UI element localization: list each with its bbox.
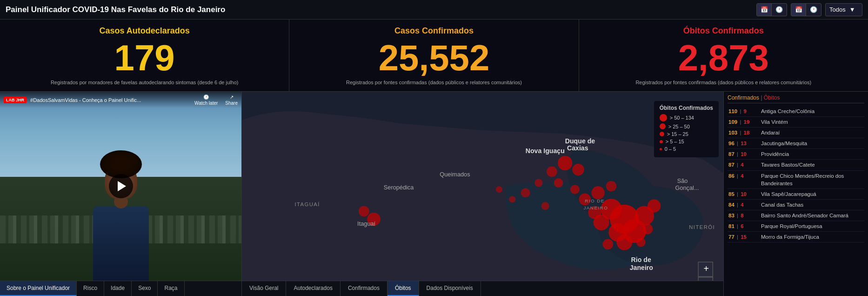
legend-dot-4 — [660, 140, 663, 143]
svg-text:Duque de: Duque de — [565, 137, 595, 145]
list-item: 86 | 4 Parque Chico Mendes/Recreio dos B… — [728, 171, 864, 189]
svg-point-23 — [359, 206, 369, 217]
list-item-name: Morro da Formiga/Tijuca — [761, 233, 819, 241]
legend-item-4: > 5 – 15 — [660, 139, 713, 144]
list-item: 96 | 13 Jacutinga/Mesquita — [728, 138, 864, 149]
svg-point-28 — [496, 186, 502, 193]
legend-dot-2 — [660, 123, 666, 129]
legend-dot-5 — [660, 148, 662, 150]
svg-point-25 — [521, 188, 530, 197]
list-item-nums: 81 | 6 — [728, 222, 761, 230]
calendar-icon-1[interactable]: 📅 — [757, 3, 772, 16]
clock-icon-2[interactable]: 🕐 — [806, 3, 821, 16]
watch-later-button[interactable]: 🕐 Watch later — [194, 94, 218, 106]
confirmed-num: 110 — [728, 108, 737, 114]
chevron-down-icon: ▼ — [849, 6, 855, 13]
header: Painel Unificador COVID-19 Nas Favelas d… — [0, 0, 868, 20]
obitos-num: 10 — [741, 191, 747, 197]
obitos-desc: Registrados por fontes confirmadas (dado… — [635, 80, 811, 85]
svg-text:Seropédica: Seropédica — [384, 184, 414, 191]
svg-text:Queimados: Queimados — [440, 171, 470, 178]
svg-point-20 — [572, 164, 584, 176]
legend-item-2: > 25 – 50 — [660, 123, 713, 129]
todos-dropdown[interactable]: Todos ▼ — [825, 3, 862, 16]
video-tab-sexo[interactable]: Sexo — [132, 281, 158, 296]
list-items-container: 110 | 9 Antiga Creche/Colônia 109 | 19 V… — [728, 106, 864, 242]
list-header-confirmed: Confirmados — [728, 94, 759, 101]
confirmados-desc: Registrados por fontes confirmadas (dado… — [346, 80, 522, 85]
clock-icon-1[interactable]: 🕐 — [772, 3, 787, 16]
list-item: 81 | 6 Parque Royal/Portuguesa — [728, 221, 864, 232]
obitos-num: 8 — [741, 213, 743, 218]
list-item-name: Providência — [761, 150, 789, 158]
video-tab-sobre-o-painel-unificador[interactable]: Sobre o Painel Unificador — [0, 281, 77, 296]
legend-title: Óbitos Confirmados — [660, 105, 713, 111]
svg-text:Rio de: Rio de — [631, 256, 651, 263]
main-content: LAB JHR #DadosSalvamVidas - Conheça o Pa… — [0, 92, 868, 296]
video-actions: 🕐 Watch later ↗ Share — [194, 94, 238, 106]
map-svg: Seropédica Queimados Nova Iguaçu Duque d… — [242, 92, 723, 281]
svg-point-27 — [541, 202, 549, 210]
svg-text:Janeiro: Janeiro — [630, 264, 654, 271]
svg-point-15 — [570, 185, 580, 194]
map-tab-autodeclarados[interactable]: Autodeclarados — [286, 281, 340, 296]
list-item-name: Jacutinga/Mesquita — [761, 140, 807, 147]
legend-item-1: > 50 – 134 — [660, 114, 713, 121]
list-item-name: Andaraí — [761, 129, 780, 136]
confirmed-num: 83 — [728, 213, 734, 218]
list-item-nums: 83 | 8 — [728, 212, 761, 219]
list-item: 77 | 15 Morro da Formiga/Tijuca — [728, 232, 864, 242]
date-control-group-1: 📅 🕐 — [756, 3, 787, 16]
list-item-nums: 87 | 4 — [728, 161, 761, 168]
map-tab-dados-disponiveis[interactable]: Dados Disponíveis — [419, 281, 481, 296]
svg-text:ITAGUAÍ: ITAGUAÍ — [294, 202, 320, 207]
map-tabs: Visão Geral Autodeclarados Confirmados Ó… — [242, 281, 723, 296]
obitos-value: 2,873 — [678, 40, 769, 76]
list-item-nums: 103 | 18 — [728, 129, 761, 136]
confirmed-num: 86 — [728, 173, 734, 179]
svg-text:−: − — [703, 279, 709, 281]
map-tab-obitos[interactable]: Óbitos — [387, 281, 419, 296]
list-item: 103 | 18 Andaraí — [728, 128, 864, 138]
video-tab-risco[interactable]: Risco — [77, 281, 104, 296]
video-tab-idade[interactable]: Idade — [104, 281, 132, 296]
svg-point-9 — [642, 224, 653, 235]
svg-point-13 — [636, 238, 646, 247]
map-tab-confirmados[interactable]: Confirmados — [341, 281, 387, 296]
svg-text:Gonçal...: Gonçal... — [675, 185, 699, 192]
obitos-num: 13 — [741, 141, 747, 146]
obitos-num: 4 — [741, 173, 743, 179]
svg-point-17 — [606, 181, 617, 192]
date-control-group-2: 📅 🕐 — [791, 3, 821, 16]
obitos-num: 19 — [744, 119, 750, 125]
svg-text:+: + — [703, 263, 709, 274]
svg-text:Caxias: Caxias — [567, 144, 588, 152]
play-icon — [118, 181, 126, 191]
obitos-panel: Óbitos Confirmados 2,873 Registrados por… — [579, 20, 868, 91]
calendar-icon-2[interactable]: 📅 — [791, 3, 806, 16]
video-thumbnail — [0, 92, 241, 281]
clock-icon: 🕐 — [203, 94, 209, 100]
map-tab-visao-geral[interactable]: Visão Geral — [242, 281, 286, 296]
obitos-num: 4 — [741, 162, 743, 168]
svg-point-16 — [591, 186, 604, 199]
share-icon: ↗ — [230, 94, 234, 100]
obitos-num: 18 — [744, 130, 750, 135]
confirmed-num: 87 — [728, 151, 734, 157]
list-item-name: Antiga Creche/Colônia — [761, 108, 815, 115]
legend-dot-3 — [660, 132, 664, 136]
autodeclarados-value: 179 — [114, 40, 175, 76]
list-item: 83 | 8 Bairro Santo André/Senador Camará — [728, 210, 864, 221]
svg-point-24 — [535, 179, 543, 187]
svg-text:RIO DE: RIO DE — [585, 198, 605, 203]
legend-item-3: > 15 – 25 — [660, 131, 713, 137]
list-item-name: Vila Sapê/Jacarepaguá — [761, 190, 816, 198]
map-panel: Seropédica Queimados Nova Iguaçu Duque d… — [242, 92, 724, 296]
share-button[interactable]: ↗ Share — [225, 94, 238, 106]
video-tab-raça[interactable]: Raça — [158, 281, 184, 296]
svg-point-19 — [558, 156, 572, 170]
list-item-name: Parque Chico Mendes/Recreio dos Bandeira… — [761, 172, 863, 187]
svg-point-21 — [547, 166, 557, 177]
play-button[interactable] — [109, 174, 133, 198]
svg-point-11 — [616, 235, 632, 250]
